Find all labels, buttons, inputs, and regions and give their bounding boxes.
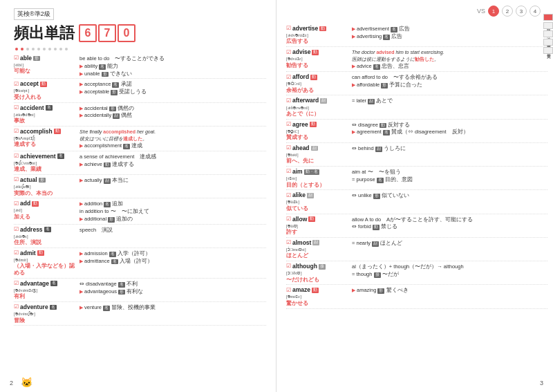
word-left: ☑agree動 [əɡríː] 賛成する [286, 121, 352, 141]
list-item: ☑ahead副 [əhéd] 前へ、先に ⇔ behind 副 うしろに [286, 143, 547, 167]
word-right: = later 副 あとで [352, 97, 547, 117]
word-left: ☑achievement名 [ətʃíːvmənt] 達成、業績 [14, 153, 79, 173]
list-item: ☑almost副 [ɔ́ːlmoʊst] ほとんど = nearly 副 ほとん… [286, 238, 547, 261]
word-right: ⇔ unlike 形 似ていない [352, 192, 547, 212]
page-header: 英検®準2級 [14, 8, 266, 20]
word-right: ▶amazing 形 驚くべき [352, 286, 547, 306]
right-tabs: 頻出単語 熟語 文法 会話表現 英作文 [543, 14, 553, 54]
nav-1[interactable]: 1 [488, 6, 499, 17]
word-right: speech 演説 [79, 226, 266, 246]
word-right: allow A to do Aが〜することを許す、可能にする ⇔ forbid … [352, 216, 547, 236]
word-left: ☑able形 [éibl] 可能な [14, 55, 79, 77]
left-page: 英検®準2級 頻出単語 6 7 0 [0, 0, 276, 392]
word-right: a sense of achievement 達成感 ▶achieve 動 達成… [79, 153, 266, 173]
list-item: ☑amaze動 [əméɪz] 驚かせる ▶amazing 形 驚くべき [286, 285, 547, 308]
list-item: ☑although接 [ɔːlðóʊ] 〜だけれども al（まったく）+ tho… [286, 261, 547, 285]
word-left: ☑afterward副 [ǽftərwərd] あとで（に） [286, 97, 352, 117]
tab-idiom[interactable]: 熟語 [543, 22, 553, 29]
tab-writing[interactable]: 英作文 [543, 47, 553, 54]
list-item: ☑aim動・名 [éɪm] 目的（とする） aim at 〜 〜を狙う = pu… [286, 167, 547, 190]
page-num-right: 3 [540, 380, 543, 386]
page-title-block: 頻出単語 6 7 0 [14, 23, 266, 44]
book-spread: 英検®準2級 頻出単語 6 7 0 [0, 0, 553, 392]
word-left: ☑accomplish動 [əkʌmplɪʃ] 達成する [14, 128, 79, 149]
word-left: ☑admit動 [ədmít] （入場・入学などを）認める [14, 250, 79, 277]
dot [54, 48, 57, 50]
dot [48, 48, 51, 50]
tab-grammar[interactable]: 文法 [543, 30, 553, 37]
list-item: ☑advantage名 [ədvǽntɪdʒ] 有利 ⇔ disadvantag… [14, 279, 266, 302]
word-right: ▶accidental 形 偶然の ▶accidentally 副 偶然 [79, 104, 266, 124]
word-right: ▶admission 名 入学（許可） ▶admittance 名 入場（許可） [79, 250, 266, 277]
word-list-right: ☑advertise動 [ǽdvərtàɪz] 広告する ▶advertisem… [286, 24, 547, 309]
word-left: ☑allow動 [əláʊ] 許す [286, 216, 352, 236]
dot [37, 48, 40, 50]
list-item: ☑advise動 [ədváɪz] 勧告する The doctor advise… [286, 47, 547, 72]
nav-3[interactable]: 3 [516, 6, 527, 17]
word-right: aim at 〜 〜を狙う = purpose 名 目的、意図 [352, 168, 547, 188]
word-left: ☑add動 [ǽd] 加える [14, 200, 79, 222]
word-right: She finally accomplished her goal. 彼女はつい… [79, 128, 266, 149]
word-left: ☑address名 [ǽdrəs] 住所、演説 [14, 226, 79, 246]
list-item: ☑agree動 [əɡríː] 賛成する ⇔ disagree 動 反対する ▶… [286, 120, 547, 143]
list-item: ☑alike副 [əláɪk] 似ている ⇔ unlike 形 似ていない [286, 190, 547, 214]
number-boxes: 6 7 0 [79, 24, 135, 42]
word-right: = nearly 副 ほとんど [352, 239, 547, 259]
dot [59, 48, 62, 50]
tab-conversation[interactable]: 会話表現 [543, 39, 553, 46]
nav-4[interactable]: 4 [529, 6, 541, 17]
word-right: be able to do 〜することができる ▶ability 名 能力 ▶u… [79, 55, 266, 77]
word-right: al（まったく）+ though（〜だが）→ although = though… [352, 263, 547, 283]
list-item: ☑accident名 [ǽksədənt] 事故 ▶accidental 形 偶… [14, 103, 266, 127]
word-right: ⇔ disadvantage 名 不利 ▶advantageous 形 有利な [79, 280, 266, 300]
num-box-3: 0 [118, 24, 135, 42]
dot [26, 48, 29, 50]
top-right-nav: VS 1 2 3 4 [477, 6, 541, 17]
word-left: ☑actual形 [ǽktʃuəl] 実際の、本当の [14, 176, 79, 196]
book-label: 英検®準2級 [14, 8, 54, 20]
word-list-left: ☑able形 [éibl] 可能な be able to do 〜することができ… [14, 53, 266, 326]
word-right: can afford to do 〜する余裕がある ▶affordable 形 … [352, 73, 547, 93]
list-item: ☑accept動 [əksépt] 受け入れる ▶acceptance 名 承諾… [14, 79, 266, 102]
list-item: ☑add動 [ǽd] 加える ▶addition 名 追加 in additio… [14, 198, 266, 224]
cat-icon: 🐱 [21, 377, 32, 388]
right-page: VS 1 2 3 4 ☑advertise動 [ǽdvərtàɪz] 広告する … [276, 0, 553, 392]
page-num-left: 2 [10, 380, 13, 386]
word-right: ▶advertisement 名 広告 ▶advertising 名 広告 [352, 25, 547, 45]
num-box-1: 6 [79, 24, 97, 42]
word-right: ▶actually 副 本当に [79, 176, 266, 196]
word-left: ☑advise動 [ədváɪz] 勧告する [286, 48, 352, 70]
word-left: ☑aim動・名 [éɪm] 目的（とする） [286, 168, 352, 188]
word-left: ☑alike副 [əláɪk] 似ている [286, 192, 352, 212]
dot [65, 48, 68, 50]
dot [15, 48, 18, 50]
list-item: ☑afterward副 [ǽftərwərd] あとで（に） = later 副… [286, 95, 547, 119]
list-item: ☑achievement名 [ətʃíːvmənt] 達成、業績 a sense… [14, 151, 266, 175]
dot [43, 48, 46, 50]
word-left: ☑accident名 [ǽksədənt] 事故 [14, 104, 79, 124]
word-left: ☑amaze動 [əméɪz] 驚かせる [286, 286, 352, 306]
divider-dots [14, 48, 266, 50]
dot [32, 48, 35, 50]
word-left: ☑accept動 [əksépt] 受け入れる [14, 80, 79, 100]
word-left: ☑advertise動 [ǽdvərtàɪz] 広告する [286, 25, 352, 45]
list-item: ☑admit動 [ədmít] （入場・入学などを）認める ▶admission… [14, 248, 266, 279]
list-item: ☑afford動 [əfɔ́ːrd] 余裕がある can afford to d… [286, 72, 547, 95]
word-left: ☑afford動 [əfɔ́ːrd] 余裕がある [286, 73, 352, 93]
word-right: ▶addition 名 追加 in addition to 〜 〜に加えて ▶a… [79, 200, 266, 222]
word-left: ☑ahead副 [əhéd] 前へ、先に [286, 144, 352, 165]
word-right: The doctor advised him to start exercisi… [352, 48, 547, 70]
word-left: ☑almost副 [ɔ́ːlmoʊst] ほとんど [286, 239, 352, 259]
word-left: ☑adventure名 [ədvéntʃər] 冒険 [14, 304, 79, 324]
page-title: 頻出単語 6 7 0 [14, 23, 266, 44]
list-item: ☑accomplish動 [əkʌmplɪʃ] 達成する She finally… [14, 127, 266, 151]
list-item: ☑address名 [ǽdrəs] 住所、演説 speech 演説 [14, 225, 266, 248]
list-item: ☑able形 [éibl] 可能な be able to do 〜することができ… [14, 53, 266, 79]
word-left: ☑although接 [ɔːlðóʊ] 〜だけれども [286, 263, 352, 283]
word-right: ▶acceptance 名 承諾 ▶acceptable 形 受諾しうる [79, 80, 266, 100]
list-item: ☑advertise動 [ǽdvərtàɪz] 広告する ▶advertisem… [286, 24, 547, 47]
tab-frequency[interactable]: 頻出単語 [543, 14, 553, 21]
nav-2[interactable]: 2 [502, 6, 513, 17]
num-box-2: 7 [98, 24, 116, 42]
dot [21, 48, 24, 50]
